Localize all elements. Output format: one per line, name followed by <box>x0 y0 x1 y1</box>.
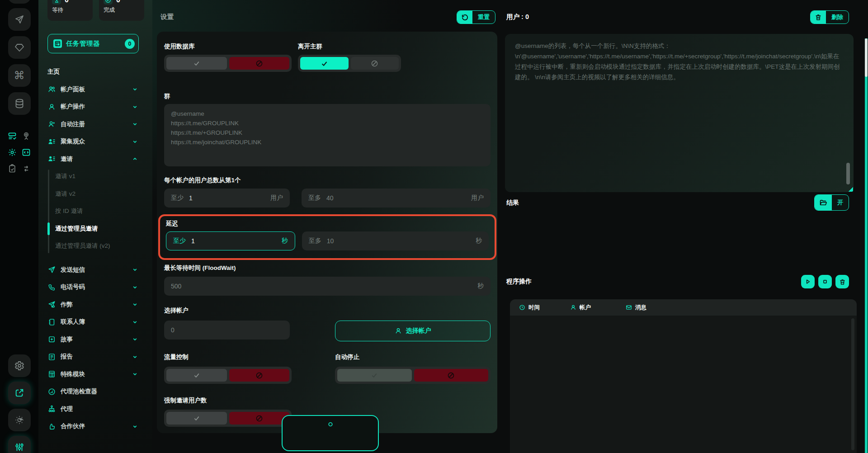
auto-stop-no[interactable] <box>414 369 489 382</box>
submenu-invite-by-id[interactable]: 按 ID 邀请 <box>38 203 152 220</box>
diamond-nav-button[interactable] <box>8 36 31 59</box>
use-db-yes[interactable] <box>166 57 227 70</box>
sidebar-item-cheat[interactable]: 作弊 <box>38 296 152 314</box>
per-account-min-input[interactable]: 至少 1 用户 <box>164 189 290 208</box>
textarea-scrollbar-thumb[interactable] <box>846 163 850 184</box>
use-db-toggle <box>164 55 292 72</box>
clear-log-button[interactable] <box>835 275 849 288</box>
use-db-no[interactable] <box>229 57 290 70</box>
page-scrollbar-thumb[interactable] <box>865 38 868 77</box>
start-button-cut[interactable] <box>282 415 379 451</box>
chevron-down-icon <box>132 302 138 307</box>
person-plus-icon <box>47 120 56 128</box>
sidebar-item-phone-numbers[interactable]: 电话号码 <box>38 278 152 296</box>
floodwait-input[interactable]: 500 秒 <box>164 277 491 296</box>
sidebar-item-account-panel[interactable]: 帐户面板 <box>38 81 152 99</box>
person-cam-icon[interactable] <box>21 131 31 141</box>
open-label: 开 <box>832 195 849 210</box>
chevron-down-icon <box>132 371 138 377</box>
sidebar-item-reports[interactable]: 报告 <box>38 348 152 366</box>
sidebar: 0 等待 0 完成 任务管理器 0 主页 帐户面板 帐户操作 <box>38 0 152 453</box>
folder-icon <box>815 195 832 210</box>
settings-rail-button[interactable] <box>8 354 31 377</box>
reset-label: 重置 <box>472 11 495 24</box>
leave-group-toggle <box>298 55 401 72</box>
leave-group-yes[interactable] <box>300 57 349 70</box>
force-invite-yes[interactable] <box>166 412 227 425</box>
delay-max-input[interactable]: 至多 10 秒 <box>302 231 489 250</box>
settings-panel: 设置 重置 使用数据库 离开主群 群 <box>152 0 505 453</box>
rail-cut-button[interactable] <box>8 0 31 4</box>
task-manager-button[interactable]: 任务管理器 0 <box>47 34 139 53</box>
stat-waiting-label: 等待 <box>52 6 88 14</box>
reset-button[interactable]: 重置 <box>457 10 495 24</box>
operations-buttons <box>801 275 849 288</box>
table-scrollbar[interactable] <box>851 318 854 450</box>
sidebar-item-auto-register[interactable]: 自动注册 <box>38 116 152 133</box>
send-nav-button[interactable] <box>8 8 31 31</box>
external-link-button[interactable] <box>8 382 31 404</box>
chevron-down-icon <box>132 354 138 360</box>
stop-button[interactable] <box>818 275 832 288</box>
clipboard-check-icon[interactable] <box>7 164 17 174</box>
operations-table-header: 时间 帐户 消息 <box>510 299 857 316</box>
sidebar-menu: 主页 帐户面板 帐户操作 自动注册 聚集观众 邀请 邀请 v1 <box>38 63 152 435</box>
force-invite-toggle <box>164 410 292 427</box>
database-icon <box>14 98 25 109</box>
submenu-invite-v2[interactable]: 邀请 v2 <box>38 185 152 203</box>
sliders-button[interactable] <box>8 436 31 453</box>
flow-control-yes[interactable] <box>166 369 227 382</box>
sidebar-item-contact-book[interactable]: 联系人簿 <box>38 313 152 331</box>
stat-done-value: 0 <box>116 0 120 4</box>
users-textarea[interactable] <box>505 34 854 192</box>
brightness-button[interactable] <box>8 409 31 431</box>
sidebar-item-proxy-checker[interactable]: 代理池检查器 <box>38 383 152 401</box>
flow-control-no[interactable] <box>229 369 290 382</box>
column-account[interactable]: 帐户 <box>570 304 626 311</box>
sidebar-item-home[interactable]: 主页 <box>38 63 152 81</box>
people-icon <box>47 85 56 94</box>
sidebar-item-gather-audience[interactable]: 聚集观众 <box>38 133 152 151</box>
hourglass-icon <box>52 0 61 5</box>
auto-stop-toggle <box>335 367 491 384</box>
per-account-max-input[interactable]: 至多 40 用户 <box>302 189 491 208</box>
sidebar-item-partners[interactable]: 合作伙伴 <box>38 418 152 435</box>
submenu-invite-via-admin[interactable]: 通过管理员邀请 <box>38 220 152 238</box>
force-invite-no[interactable] <box>229 412 290 425</box>
play-button[interactable] <box>801 275 815 288</box>
gear-icon[interactable] <box>7 147 17 157</box>
sidebar-item-proxy[interactable]: 代理 <box>38 401 152 418</box>
textarea-resize-handle[interactable] <box>848 187 853 192</box>
command-nav-button[interactable]: ⌘ <box>8 64 31 87</box>
swap-icon[interactable] <box>21 164 31 174</box>
sidebar-item-invite[interactable]: 邀请 <box>38 151 152 168</box>
sidebar-item-stories[interactable]: 故事 <box>38 331 152 349</box>
person-icon <box>395 327 402 335</box>
leave-group-no[interactable] <box>351 57 399 70</box>
code-window-icon[interactable] <box>21 147 31 157</box>
icon-rail: ⌘ <box>0 0 38 453</box>
sidebar-item-special-modules[interactable]: 特殊模块 <box>38 366 152 383</box>
open-result-button[interactable]: 开 <box>814 194 849 211</box>
auto-stop-yes[interactable] <box>337 369 412 382</box>
submenu-invite-v1[interactable]: 邀请 v1 <box>38 168 152 185</box>
submenu-invite-via-admin-v2[interactable]: 通过管理员邀请 (v2) <box>38 237 152 255</box>
account-count-input[interactable]: 0 <box>164 321 290 340</box>
delete-users-button[interactable]: 删除 <box>810 10 849 24</box>
user-panel: 用户 : 0 删除 结果 开 程序操作 时间 帐户 消息 <box>505 0 857 453</box>
select-account-button[interactable]: 选择帐户 <box>335 321 491 341</box>
delay-min-input[interactable]: 至少 1 秒 <box>166 231 295 250</box>
sidebar-item-send-sms[interactable]: 发送短信 <box>38 261 152 279</box>
column-time[interactable]: 时间 <box>519 304 570 311</box>
thumbs-up-icon <box>47 422 56 430</box>
database-nav-button[interactable] <box>8 92 31 115</box>
person-icon <box>326 420 335 450</box>
server-check-icon[interactable] <box>7 131 17 141</box>
sidebar-item-account-ops[interactable]: 帐户操作 <box>38 98 152 116</box>
page-scrollbar[interactable] <box>865 38 868 453</box>
operations-table: 时间 帐户 消息 <box>510 299 857 453</box>
column-message[interactable]: 消息 <box>626 304 646 311</box>
mail-icon <box>626 304 632 311</box>
brightness-icon <box>14 415 24 425</box>
group-textarea[interactable] <box>164 104 491 166</box>
